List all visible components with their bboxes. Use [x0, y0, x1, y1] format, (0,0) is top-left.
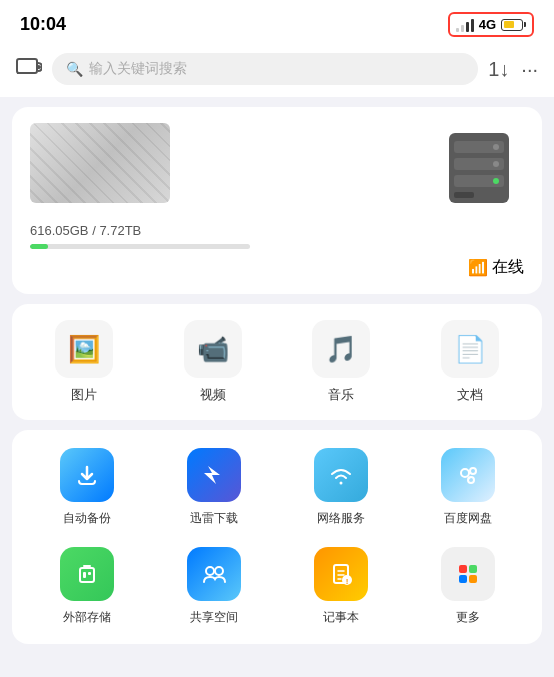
app-icon [187, 448, 241, 502]
battery-icon [501, 19, 526, 31]
svg-point-11 [470, 468, 476, 474]
storage-bar [30, 244, 250, 249]
svg-point-18 [206, 567, 214, 575]
app-label: 共享空间 [190, 609, 238, 626]
category-item[interactable]: 📹 视频 [184, 320, 242, 404]
category-icon: 🖼️ [55, 320, 113, 378]
app-icon [187, 547, 241, 601]
nav-right: 1↓ ··· [488, 58, 538, 81]
svg-point-19 [215, 567, 223, 575]
app-label: 迅雷下载 [190, 510, 238, 527]
category-label: 音乐 [328, 386, 354, 404]
category-icon: 🎵 [312, 320, 370, 378]
signal-icon [456, 18, 474, 32]
online-text: 在线 [492, 257, 524, 278]
category-item[interactable]: 🖼️ 图片 [55, 320, 113, 404]
app-label: 更多 [456, 609, 480, 626]
app-label: 百度网盘 [444, 510, 492, 527]
svg-rect-0 [17, 59, 37, 73]
app-label: 记事本 [323, 609, 359, 626]
app-label: 外部存储 [63, 609, 111, 626]
category-label: 图片 [71, 386, 97, 404]
app-item[interactable]: 共享空间 [155, 547, 272, 626]
status-bar: 10:04 4G [0, 0, 554, 45]
app-item[interactable]: 网络服务 [282, 448, 399, 527]
categories-row: 🖼️ 图片 📹 视频 🎵 音乐 📄 文档 [12, 304, 542, 420]
svg-point-6 [493, 161, 499, 167]
app-item[interactable]: ! 记事本 [282, 547, 399, 626]
device-card: 616.05GB / 7.72TB 📶 在线 [12, 107, 542, 294]
storage-bar-fill [30, 244, 48, 249]
app-item[interactable]: 更多 [409, 547, 526, 626]
svg-rect-27 [469, 565, 477, 573]
category-item[interactable]: 📄 文档 [441, 320, 499, 404]
search-icon: 🔍 [66, 61, 83, 77]
svg-rect-28 [459, 575, 467, 583]
status-time: 10:04 [20, 14, 66, 35]
app-icon [441, 448, 495, 502]
network-type: 4G [479, 17, 496, 32]
svg-point-10 [461, 469, 469, 477]
nav-bar: 🔍 输入关键词搜索 1↓ ··· [0, 45, 554, 97]
sort-button[interactable]: 1↓ [488, 58, 509, 81]
online-badge: 📶 在线 [30, 257, 524, 278]
svg-point-8 [493, 178, 499, 184]
device-preview-image [30, 123, 170, 203]
app-label: 自动备份 [63, 510, 111, 527]
app-icon [441, 547, 495, 601]
svg-point-4 [493, 144, 499, 150]
svg-rect-9 [454, 192, 474, 198]
app-item[interactable]: 百度网盘 [409, 448, 526, 527]
search-bar[interactable]: 🔍 输入关键词搜索 [52, 53, 478, 85]
app-item[interactable]: 迅雷下载 [155, 448, 272, 527]
svg-rect-17 [88, 572, 91, 575]
category-icon: 📄 [441, 320, 499, 378]
app-icon [60, 547, 114, 601]
status-right: 4G [448, 12, 534, 37]
svg-line-13 [469, 472, 471, 473]
svg-rect-15 [80, 568, 94, 582]
category-label: 文档 [457, 386, 483, 404]
more-button[interactable]: ··· [521, 58, 538, 81]
app-grid: 自动备份 迅雷下载 网络服务 百度网盘 外部存储 共享空间 [12, 430, 542, 644]
online-icon: 📶 [468, 258, 488, 277]
app-icon [314, 448, 368, 502]
category-item[interactable]: 🎵 音乐 [312, 320, 370, 404]
svg-rect-16 [83, 572, 86, 578]
svg-text:!: ! [345, 577, 348, 586]
cast-icon[interactable] [16, 55, 42, 83]
app-item[interactable]: 自动备份 [28, 448, 145, 527]
app-label: 网络服务 [317, 510, 365, 527]
category-icon: 📹 [184, 320, 242, 378]
svg-rect-29 [469, 575, 477, 583]
app-item[interactable]: 外部存储 [28, 547, 145, 626]
app-icon [60, 448, 114, 502]
search-placeholder: 输入关键词搜索 [89, 60, 187, 78]
nas-device-icon [434, 123, 524, 213]
svg-rect-26 [459, 565, 467, 573]
storage-text: 616.05GB / 7.72TB [30, 223, 524, 238]
app-icon: ! [314, 547, 368, 601]
category-label: 视频 [200, 386, 226, 404]
